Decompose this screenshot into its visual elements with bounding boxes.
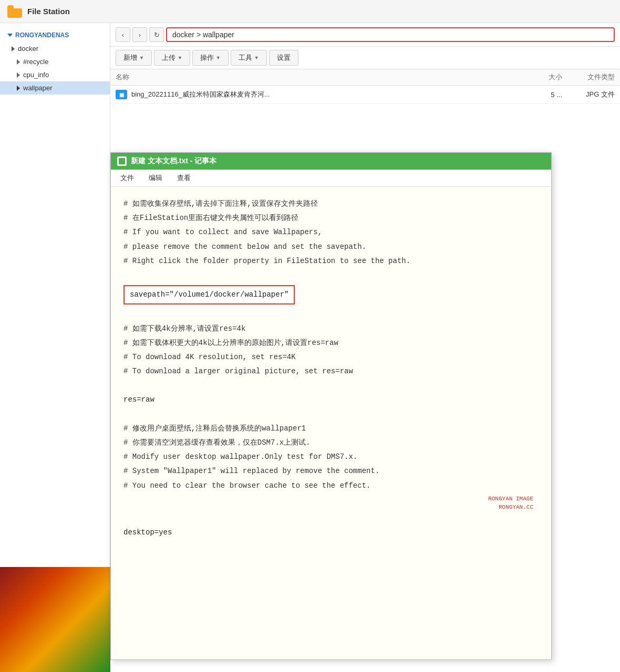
table-row[interactable]: ▣ bing_20221116_威拉米特国家森林麦肯齐河... 5 ... JP… — [110, 86, 620, 104]
line-16: # Modify user desktop wallpaper.Only tes… — [123, 450, 539, 464]
file-size: 5 ... — [520, 91, 562, 99]
action-chevron: ▼ — [216, 55, 221, 60]
titlebar: File Station — [0, 0, 620, 23]
upload-chevron: ▼ — [178, 55, 182, 60]
col-header-size: 大小 — [520, 72, 562, 82]
app-title: File Station — [27, 7, 70, 16]
line-15: # 你需要清空浏览器缓存查看效果，仅在DSM7.x上测试. — [123, 436, 539, 449]
notepad-titlebar: 新建 文本文档.txt - 记事本 — [111, 153, 551, 170]
file-name: bing_20221116_威拉米特国家森林麦肯齐河... — [131, 90, 520, 99]
line-2: # 在FileStation里面右键文件夹属性可以看到路径 — [123, 212, 539, 225]
toolbar: 新增 ▼ 上传 ▼ 操作 ▼ 工具 ▼ 设置 — [110, 47, 620, 69]
cpu-info-triangle — [17, 72, 20, 78]
path-breadcrumb[interactable]: docker > wallpaper — [166, 27, 615, 42]
line-4: # please remove the comment below and se… — [123, 240, 539, 254]
notepad-menu-file[interactable]: 文件 — [118, 172, 136, 184]
file-station-icon — [7, 5, 22, 18]
new-label: 新增 — [123, 53, 137, 62]
action-button[interactable]: 操作 ▼ — [192, 50, 229, 66]
file-type: JPG 文件 — [562, 90, 615, 99]
sidebar-item-recycle[interactable]: #recycle — [0, 55, 110, 68]
tool-button[interactable]: 工具 ▼ — [231, 50, 267, 66]
tool-label: 工具 — [239, 53, 252, 62]
line-10: # To download 4K resolution, set res=4K — [123, 351, 539, 364]
line-17: # System "Wallpaper1" will replaced by r… — [123, 465, 539, 478]
line-18: # You need to clear the browser cache to… — [123, 479, 539, 492]
notepad-menu-edit[interactable]: 编辑 — [147, 172, 164, 184]
line-11: # To download a larger original picture,… — [123, 365, 539, 378]
back-button[interactable]: ‹ — [116, 27, 130, 42]
settings-button[interactable]: 设置 — [269, 50, 298, 66]
line-5: # Right click the folder property in Fil… — [123, 255, 539, 268]
file-list-header: 名称 大小 文件类型 — [110, 69, 620, 86]
watermark-line1: RONGYAN IMAGE — [123, 495, 533, 503]
background-image — [0, 567, 110, 672]
refresh-button[interactable]: ↻ — [149, 27, 164, 42]
line-3: # If you want to collect and save Wallpa… — [123, 226, 539, 239]
tool-chevron: ▼ — [254, 55, 259, 60]
notepad-title: 新建 文本文档.txt - 记事本 — [131, 156, 216, 166]
line-res: res=raw — [123, 393, 539, 406]
action-label: 操作 — [200, 53, 214, 62]
wallpaper-triangle — [17, 86, 20, 91]
watermark-line2: RONGYAN.CC — [123, 503, 533, 512]
sidebar-item-recycle-label: #recycle — [23, 58, 48, 66]
watermark: RONGYAN IMAGE RONGYAN.CC — [123, 495, 539, 512]
line-14: # 修改用户桌面壁纸,注释后会替换系统的wallpaper1 — [123, 422, 539, 435]
notepad-menubar: 文件 编辑 查看 — [111, 170, 551, 187]
path-text: docker > wallpaper — [172, 30, 234, 39]
sidebar-item-cpu-info[interactable]: cpu_info — [0, 68, 110, 81]
notepad-title-icon — [117, 156, 127, 166]
upload-button[interactable]: 上传 ▼ — [154, 50, 190, 66]
file-icon-jpg: ▣ — [116, 90, 127, 99]
notepad-menu-view[interactable]: 查看 — [175, 172, 193, 184]
line-9: # 如需下载体积更大的4k以上分辨率的原始图片,请设置res=raw — [123, 337, 539, 350]
sidebar-item-wallpaper-label: wallpaper — [23, 84, 53, 92]
col-header-type: 文件类型 — [562, 72, 615, 82]
nas-label: RONGYANDENAS — [15, 32, 69, 39]
col-header-name: 名称 — [116, 72, 520, 82]
nav-bar: ‹ › ↻ docker > wallpaper — [110, 23, 620, 47]
new-chevron: ▼ — [139, 55, 144, 60]
sidebar-nas[interactable]: RONGYANDENAS — [0, 28, 110, 42]
savepath-value: savepath="/volume1/docker/wallpaper" — [123, 285, 295, 304]
docker-triangle — [12, 46, 15, 51]
nas-triangle-down — [7, 34, 13, 37]
upload-label: 上传 — [162, 53, 175, 62]
forward-button[interactable]: › — [132, 27, 147, 42]
new-button[interactable]: 新增 ▼ — [116, 50, 152, 66]
sidebar-item-docker-label: docker — [18, 45, 38, 52]
notepad-window: 新建 文本文档.txt - 记事本 文件 编辑 查看 # 如需收集保存壁纸,请去… — [110, 152, 552, 660]
line-desktop: desktop=yes — [123, 526, 539, 539]
sidebar-item-docker[interactable]: docker — [0, 42, 110, 55]
line-8: # 如需下载4k分辨率,请设置res=4k — [123, 322, 539, 335]
sidebar-item-cpu-info-label: cpu_info — [23, 71, 49, 79]
sidebar-item-wallpaper[interactable]: wallpaper — [0, 81, 110, 94]
notepad-content: # 如需收集保存壁纸,请去掉下面注释,设置保存文件夹路径 # 在FileStat… — [111, 187, 551, 659]
line-1: # 如需收集保存壁纸,请去掉下面注释,设置保存文件夹路径 — [123, 197, 539, 211]
savepath-highlighted: savepath="/volume1/docker/wallpaper" — [123, 282, 539, 308]
settings-label: 设置 — [277, 53, 291, 62]
recycle-triangle — [17, 59, 20, 65]
